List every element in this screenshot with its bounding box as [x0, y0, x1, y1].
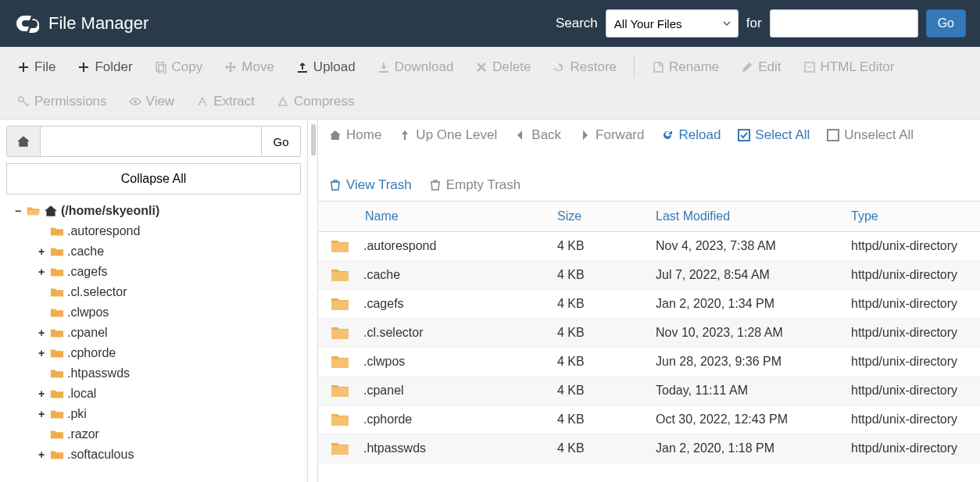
action-bar: Home Up One Level Back Forward Reload Se…	[318, 120, 980, 202]
folder-tree: − (/home/skyeonli) .autorespond+.cache+.…	[6, 201, 301, 465]
expand-icon[interactable]: +	[36, 245, 47, 258]
rename-icon	[652, 61, 664, 73]
expand-icon[interactable]: +	[36, 266, 47, 278]
table-row[interactable]: .cagefs4 KBJan 2, 2020, 1:34 PMhttpd/uni…	[318, 290, 980, 319]
col-name[interactable]: Name	[331, 209, 557, 223]
upload-icon	[296, 61, 309, 73]
toolbar-separator	[634, 56, 635, 78]
tree-item[interactable]: .razor	[36, 424, 301, 445]
path-go-button[interactable]: Go	[262, 126, 301, 157]
app-logo: File Manager	[14, 11, 148, 36]
html-editor-button[interactable]: HTML Editor	[794, 53, 904, 81]
restore-button[interactable]: Restore	[543, 53, 626, 81]
tree-item-label: .local	[67, 387, 96, 401]
tree-item[interactable]: .htpasswds	[36, 363, 301, 384]
table-row[interactable]: .cl.selector4 KBNov 10, 2023, 1:28 AMhtt…	[318, 319, 980, 348]
splitter[interactable]	[307, 120, 318, 482]
empty-trash-action[interactable]: Empty Trash	[429, 177, 520, 193]
tree-root-label: (/home/skyeonli)	[61, 204, 159, 218]
folder-icon	[331, 267, 349, 283]
tree-item[interactable]: +.cpanel	[36, 323, 301, 343]
delete-icon	[475, 61, 488, 73]
table-row[interactable]: .autorespond4 KBNov 4, 2023, 7:38 AMhttp…	[318, 232, 980, 261]
search-go-button[interactable]: Go	[926, 9, 966, 37]
html-icon	[803, 61, 816, 73]
tree-item[interactable]: +.pki	[36, 404, 301, 424]
tree-item-label: .autorespond	[67, 224, 140, 238]
cell-modified: Jul 7, 2022, 8:54 AM	[656, 268, 851, 282]
delete-button[interactable]: Delete	[466, 53, 540, 81]
path-input[interactable]	[41, 126, 262, 157]
move-button[interactable]: Move	[215, 53, 284, 81]
cell-size: 4 KB	[557, 297, 656, 311]
collapse-all-button[interactable]: Collapse All	[6, 163, 301, 195]
back-action[interactable]: Back	[514, 127, 561, 143]
unselect-all-action[interactable]: Unselect All	[827, 127, 914, 143]
cell-size: 4 KB	[557, 441, 656, 455]
tree-item-label: .clwpos	[67, 305, 109, 320]
search-input[interactable]	[770, 9, 918, 37]
cell-type: httpd/unix-directory	[851, 268, 967, 282]
move-icon	[224, 61, 237, 73]
up-level-action[interactable]: Up One Level	[399, 127, 497, 143]
copy-button[interactable]: Copy	[145, 53, 213, 81]
cell-modified: Jan 2, 2020, 1:34 PM	[656, 297, 851, 311]
search-scope-select[interactable]: All Your Files	[606, 9, 739, 37]
col-size[interactable]: Size	[557, 209, 656, 223]
forward-action[interactable]: Forward	[578, 127, 644, 143]
tree-item[interactable]: +.cphorde	[36, 343, 301, 363]
folder-icon	[331, 238, 349, 254]
upload-button[interactable]: Upload	[287, 53, 365, 81]
cell-type: httpd/unix-directory	[851, 412, 967, 427]
new-file-button[interactable]: File	[8, 53, 65, 81]
col-modified[interactable]: Last Modified	[656, 209, 851, 223]
expand-icon[interactable]: +	[36, 387, 47, 400]
cell-modified: Today, 11:11 AM	[656, 384, 851, 398]
table-row[interactable]: .htpasswds4 KBJan 2, 2020, 1:18 PMhttpd/…	[318, 434, 980, 463]
tree-item[interactable]: +.softaculous	[36, 445, 301, 465]
trash-icon	[329, 179, 342, 191]
expand-icon[interactable]: +	[36, 448, 47, 461]
compress-button[interactable]: Compress	[267, 87, 363, 116]
table-row[interactable]: .clwpos4 KBJun 28, 2023, 9:36 PMhttpd/un…	[318, 348, 980, 377]
path-home-button[interactable]	[6, 126, 41, 157]
collapse-icon[interactable]: −	[13, 205, 23, 217]
new-folder-button[interactable]: Folder	[68, 53, 141, 81]
select-all-action[interactable]: Select All	[738, 127, 810, 143]
folder-icon	[331, 354, 349, 370]
tree-item[interactable]: +.local	[36, 384, 301, 404]
view-trash-action[interactable]: View Trash	[329, 177, 412, 193]
table-row[interactable]: .cpanel4 KBToday, 11:11 AMhttpd/unix-dir…	[318, 377, 980, 405]
expand-icon[interactable]: +	[36, 347, 47, 359]
permissions-button[interactable]: Permissions	[8, 87, 116, 116]
folder-icon	[50, 428, 64, 441]
cell-type: httpd/unix-directory	[851, 355, 967, 369]
table-row[interactable]: .cache4 KBJul 7, 2022, 8:54 AMhttpd/unix…	[318, 261, 980, 290]
reload-action[interactable]: Reload	[661, 127, 721, 143]
tree-root[interactable]: − (/home/skyeonli)	[13, 201, 301, 221]
folder-icon	[50, 225, 64, 237]
tree-item[interactable]: .autorespond	[36, 221, 301, 241]
tree-item[interactable]: .clwpos	[36, 302, 301, 323]
expand-icon[interactable]: +	[36, 327, 47, 339]
edit-button[interactable]: Edit	[731, 53, 790, 81]
home-action[interactable]: Home	[329, 127, 381, 143]
home-icon	[329, 129, 342, 141]
rename-button[interactable]: Rename	[642, 53, 728, 81]
cell-modified: Jun 28, 2023, 9:36 PM	[656, 355, 851, 369]
tree-item-label: .cl.selector	[67, 285, 127, 299]
view-button[interactable]: View	[120, 87, 184, 116]
tree-item[interactable]: +.cagefs	[36, 262, 301, 282]
tree-item[interactable]: +.cache	[36, 241, 301, 262]
download-icon	[377, 61, 390, 73]
col-type[interactable]: Type	[851, 209, 967, 223]
table-row[interactable]: .cphorde4 KBOct 30, 2022, 12:43 PMhttpd/…	[318, 405, 980, 434]
checkbox-icon	[827, 129, 839, 141]
extract-button[interactable]: Extract	[187, 87, 264, 116]
edit-icon	[741, 61, 753, 73]
expand-icon[interactable]: +	[36, 408, 47, 420]
tree-item[interactable]: .cl.selector	[36, 282, 301, 302]
download-button[interactable]: Download	[368, 53, 463, 81]
tree-item-label: .cphorde	[67, 346, 116, 360]
tree-item-label: .razor	[67, 427, 99, 441]
